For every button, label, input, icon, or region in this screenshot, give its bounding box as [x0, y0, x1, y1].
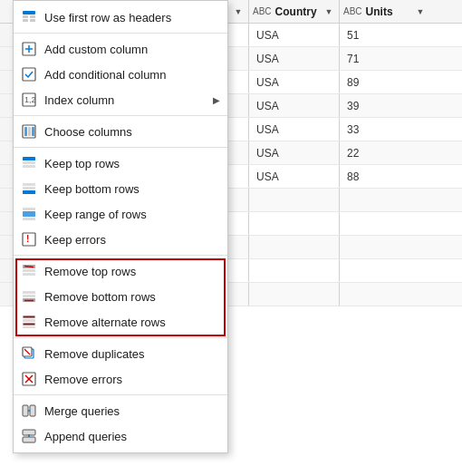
menu-label-remove-duplicates: Remove duplicates — [44, 347, 220, 361]
remove-dup-icon — [21, 345, 37, 362]
svg-rect-16 — [23, 161, 35, 164]
context-menu: Use first row as headers Add custom colu… — [13, 0, 228, 453]
menu-divider — [14, 115, 227, 116]
svg-rect-50 — [23, 437, 35, 442]
cell-country: USA — [249, 118, 340, 141]
menu-item-keep-top-rows[interactable]: Keep top rows — [14, 151, 227, 176]
svg-rect-19 — [23, 187, 35, 189]
svg-rect-15 — [23, 157, 35, 160]
custom-col-icon — [21, 41, 37, 57]
svg-text:1,2: 1,2 — [24, 95, 36, 104]
menu-item-choose-columns[interactable]: Choose columns — [14, 119, 227, 144]
svg-rect-46 — [23, 405, 28, 416]
svg-rect-20 — [23, 183, 35, 186]
remove-top-icon — [21, 263, 37, 279]
svg-rect-23 — [23, 218, 35, 220]
country-filter-btn[interactable]: ▼ — [322, 5, 335, 18]
menu-divider — [14, 394, 227, 395]
cell-units: 33 — [340, 118, 430, 141]
col-units-header[interactable]: ABC Units ▼ — [340, 0, 430, 23]
svg-rect-12 — [24, 127, 27, 136]
cell-country — [249, 259, 340, 282]
menu-divider — [14, 337, 227, 338]
period-filter-btn[interactable]: ▼ — [232, 5, 245, 18]
index-col-icon: 1,2 — [21, 92, 37, 108]
svg-rect-14 — [32, 127, 34, 136]
svg-rect-18 — [23, 190, 35, 194]
cell-units: 39 — [340, 94, 430, 117]
cell-country: USA — [249, 165, 340, 188]
menu-item-index-column[interactable]: 1,2 Index column ▶ — [14, 87, 227, 112]
menu-label-index-column: Index column — [44, 93, 206, 107]
menu-item-remove-top-rows[interactable]: Remove top rows — [14, 258, 227, 284]
cell-units — [340, 236, 430, 258]
menu-item-add-custom-column[interactable]: Add custom column — [14, 36, 227, 62]
svg-rect-28 — [23, 269, 35, 272]
cell-units — [340, 212, 430, 235]
menu-divider — [14, 147, 227, 148]
menu-divider — [14, 255, 227, 256]
cell-country — [249, 283, 340, 306]
menu-item-remove-bottom-rows[interactable]: Remove bottom rows — [14, 284, 227, 309]
menu-item-keep-range-rows[interactable]: Keep range of rows — [14, 201, 227, 227]
keep-range-icon — [21, 206, 37, 222]
menu-label-choose-columns: Choose columns — [44, 125, 220, 139]
cell-country — [249, 189, 340, 211]
cell-units: 51 — [340, 24, 430, 46]
menu-label-merge-queries: Merge queries — [44, 404, 220, 418]
menu-item-remove-alternate-rows[interactable]: Remove alternate rows — [14, 309, 227, 335]
menu-item-keep-bottom-rows[interactable]: Keep bottom rows — [14, 176, 227, 201]
cell-country: USA — [249, 94, 340, 117]
menu-item-merge-queries[interactable]: Merge queries — [14, 398, 227, 423]
menu-label-keep-bottom-rows: Keep bottom rows — [44, 182, 220, 196]
keep-top-icon — [21, 155, 37, 171]
svg-rect-37 — [23, 326, 35, 328]
svg-rect-4 — [30, 19, 35, 22]
menu-label-remove-errors: Remove errors — [44, 373, 220, 386]
menu-label-add-conditional-column: Add conditional column — [44, 68, 220, 82]
svg-text:!: ! — [26, 234, 29, 244]
cell-country: USA — [249, 24, 340, 46]
svg-rect-17 — [23, 165, 35, 168]
svg-rect-2 — [23, 19, 28, 22]
menu-label-keep-errors: Keep errors — [44, 233, 220, 247]
menu-label-add-custom-column: Add custom column — [44, 43, 220, 56]
country-type-icon: ABC — [253, 6, 272, 16]
keep-bottom-icon — [21, 180, 37, 197]
remove-alt-icon — [21, 314, 37, 330]
menu-item-remove-errors[interactable]: Remove errors — [14, 366, 227, 392]
append-icon — [21, 428, 37, 444]
svg-rect-22 — [23, 208, 35, 210]
menu-item-add-conditional-column[interactable]: Add conditional column — [14, 62, 227, 87]
cell-country — [249, 212, 340, 235]
svg-rect-13 — [28, 127, 31, 136]
units-label: Units — [366, 5, 410, 18]
svg-rect-47 — [30, 405, 35, 416]
units-filter-btn[interactable]: ▼ — [414, 5, 427, 18]
cell-country: USA — [249, 141, 340, 164]
cell-units: 88 — [340, 165, 430, 188]
cell-country: USA — [249, 47, 340, 70]
svg-rect-0 — [23, 11, 35, 15]
submenu-arrow-index-column: ▶ — [213, 95, 220, 105]
cell-country — [249, 236, 340, 258]
remove-err-icon — [21, 371, 37, 387]
conditional-col-icon — [21, 66, 37, 83]
cell-country: USA — [249, 71, 340, 93]
menu-item-keep-errors[interactable]: ! Keep errors — [14, 227, 227, 252]
menu-item-append-queries[interactable]: Append queries — [14, 423, 227, 449]
menu-item-use-first-row[interactable]: Use first row as headers — [14, 5, 227, 30]
cell-units: 71 — [340, 47, 430, 70]
svg-rect-33 — [23, 291, 35, 294]
units-type-icon: ABC — [343, 6, 362, 16]
svg-rect-1 — [23, 15, 28, 18]
merge-icon — [21, 403, 37, 419]
country-label: Country — [275, 5, 319, 18]
col-country-header[interactable]: ABC Country ▼ — [249, 0, 340, 23]
menu-item-remove-duplicates[interactable]: Remove duplicates — [14, 341, 227, 366]
svg-rect-35 — [23, 319, 35, 322]
menu-label-remove-top-rows: Remove top rows — [44, 265, 220, 278]
svg-rect-3 — [30, 15, 35, 18]
svg-rect-32 — [23, 295, 35, 297]
cell-units — [340, 259, 430, 282]
